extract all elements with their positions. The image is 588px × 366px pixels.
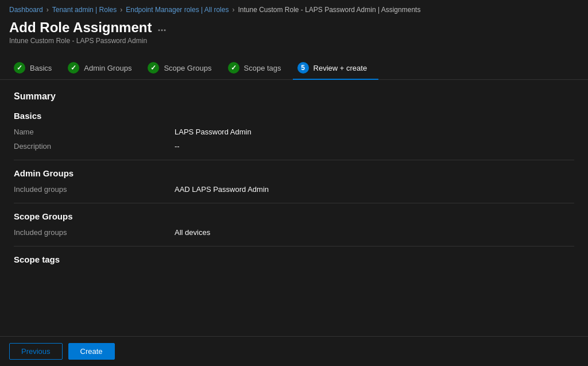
field-scope-included-label: Included groups [14, 228, 175, 237]
breadcrumb-endpoint-manager[interactable]: Endpoint Manager roles | All roles [126, 6, 229, 14]
tab-review-create-number-icon: 5 [297, 62, 309, 74]
breadcrumb-tenant-admin[interactable]: Tenant admin | Roles [52, 6, 117, 14]
breadcrumb: Dashboard › Tenant admin | Roles › Endpo… [0, 0, 588, 17]
tab-scope-groups-check-icon [148, 62, 159, 74]
create-button[interactable]: Create [68, 343, 115, 360]
section-admin-groups-header: Admin Groups [14, 168, 574, 178]
footer-bar: Previous Create [0, 336, 588, 366]
page-header: Add Role Assignment ... Intune Custom Ro… [0, 17, 588, 52]
tab-basics[interactable]: Basics [9, 56, 63, 79]
tab-review-create[interactable]: 5 Review + create [293, 56, 379, 79]
section-scope-tags: Scope tags [14, 255, 574, 264]
field-admin-included-value: AAD LAPS Password Admin [175, 185, 269, 194]
tab-basics-check-icon [14, 62, 25, 74]
section-scope-groups: Scope Groups Included groups All devices [14, 211, 574, 238]
field-scope-included-row: Included groups All devices [14, 227, 574, 238]
tab-scope-tags-label: Scope tags [244, 64, 281, 72]
breadcrumb-sep-3: › [232, 6, 234, 14]
breadcrumb-dashboard[interactable]: Dashboard [9, 6, 43, 14]
tab-admin-groups-label: Admin Groups [84, 64, 131, 72]
tab-scope-groups-label: Scope Groups [164, 64, 211, 72]
field-name-value: LAPS Password Admin [175, 128, 252, 136]
tab-review-create-label: Review + create [314, 64, 368, 72]
tab-admin-groups-check-icon [68, 62, 79, 74]
tab-scope-tags[interactable]: Scope tags [223, 56, 293, 79]
page-title-menu[interactable]: ... [157, 22, 166, 34]
main-content: Summary Basics Name LAPS Password Admin … [0, 80, 588, 345]
section-basics-header: Basics [14, 111, 574, 121]
section-scope-tags-header: Scope tags [14, 255, 574, 264]
divider-1 [14, 160, 574, 160]
field-description-label: Description [14, 142, 175, 151]
previous-button[interactable]: Previous [9, 343, 63, 360]
section-basics: Basics Name LAPS Password Admin Descript… [14, 111, 574, 152]
divider-2 [14, 203, 574, 203]
tab-scope-groups[interactable]: Scope Groups [143, 56, 223, 79]
section-admin-groups: Admin Groups Included groups AAD LAPS Pa… [14, 168, 574, 195]
tab-basics-label: Basics [30, 64, 52, 72]
field-scope-included-value: All devices [175, 228, 210, 237]
page-subtitle: Intune Custom Role - LAPS Password Admin [9, 37, 579, 45]
breadcrumb-sep-2: › [120, 6, 122, 14]
field-name-row: Name LAPS Password Admin [14, 126, 574, 137]
breadcrumb-sep-1: › [47, 6, 49, 14]
field-description-value: -- [175, 142, 180, 151]
breadcrumb-intune-custom: Intune Custom Role - LAPS Password Admin… [238, 6, 420, 14]
page-title-text: Add Role Assignment [9, 20, 152, 36]
section-scope-groups-header: Scope Groups [14, 211, 574, 221]
summary-heading: Summary [14, 91, 574, 102]
field-admin-included-row: Included groups AAD LAPS Password Admin [14, 184, 574, 195]
divider-3 [14, 246, 574, 246]
field-name-label: Name [14, 128, 175, 136]
tab-scope-tags-check-icon [228, 62, 239, 74]
tab-admin-groups[interactable]: Admin Groups [63, 56, 143, 79]
field-description-row: Description -- [14, 141, 574, 152]
tabs-bar: Basics Admin Groups Scope Groups Scope t… [0, 52, 588, 80]
field-admin-included-label: Included groups [14, 185, 175, 194]
